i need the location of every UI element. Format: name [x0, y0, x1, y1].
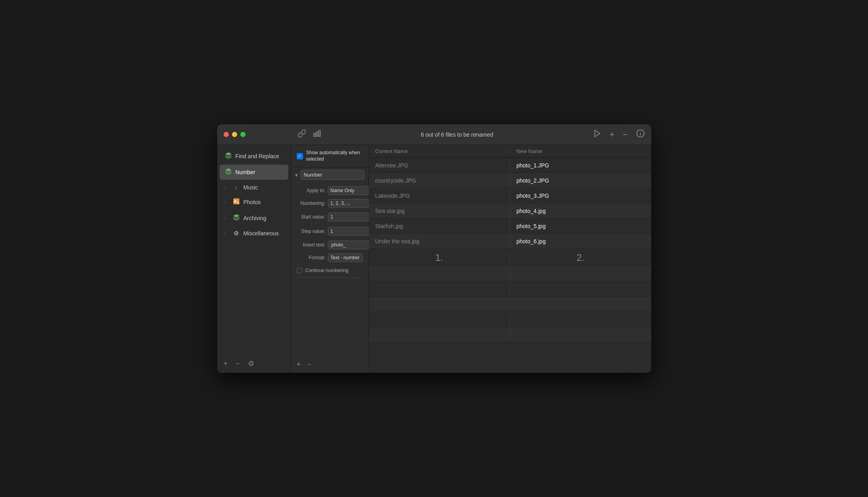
sidebar-remove-button[interactable]: −	[236, 360, 240, 368]
title-bar-status: 6 out of 6 files to be renamed	[421, 131, 493, 138]
middle-panel: ✓ Show automatically when selected ▾ Num…	[291, 145, 369, 373]
table-row	[369, 312, 651, 327]
middle-add-button[interactable]: +	[297, 360, 301, 369]
numbering-label: Numbering:	[297, 201, 325, 206]
col-header-new: New Name	[510, 148, 651, 154]
app-window: 6 out of 6 files to be renamed + −	[217, 124, 651, 373]
cell-empty-5	[369, 297, 510, 312]
sidebar-item-number[interactable]: Number	[220, 165, 288, 180]
right-panel: Current Name New Name Attersee.JPG photo…	[369, 145, 651, 373]
show-auto-label: Show automatically when selected	[306, 150, 363, 162]
col-header-current: Current Name	[369, 148, 510, 154]
continue-numbering-checkbox[interactable]	[297, 268, 302, 273]
info-button[interactable]	[636, 129, 645, 140]
sidebar-item-miscellaneous[interactable]: › ⚙ Miscellaneous	[220, 227, 288, 240]
sidebar-item-label-archiving: Archiving	[244, 215, 267, 221]
cell-new-5: photo_5.jpg	[510, 219, 651, 233]
number-icon	[224, 168, 232, 177]
cell-empty-9	[369, 327, 510, 342]
table-row: Starfish.jpg photo_5.jpg	[369, 219, 651, 234]
cell-new-3: photo_3.JPG	[510, 188, 651, 203]
minimize-button[interactable]	[232, 132, 237, 137]
cell-new-4: photo_4.jpg	[510, 203, 651, 218]
format-select[interactable]: Text - number Number - text Number only	[328, 253, 363, 262]
start-value-row: Start value: ▲ ▼	[297, 212, 363, 222]
chart-icon[interactable]	[313, 129, 321, 140]
svg-rect-1	[316, 132, 318, 136]
middle-remove-button[interactable]: −	[307, 360, 311, 369]
continue-numbering-label: Continue numbering	[305, 268, 349, 273]
maximize-button[interactable]	[240, 132, 246, 137]
cell-new-2: photo_2.JPG	[510, 173, 651, 188]
cell-empty-6	[510, 297, 651, 312]
sidebar-item-label-miscellaneous: Miscellaneous	[244, 230, 279, 237]
sidebar-item-label-number: Number	[236, 169, 256, 175]
sidebar-settings-button[interactable]: ⚙	[248, 359, 254, 368]
start-value-label: Start value:	[297, 214, 325, 220]
title-bar-left-icons	[297, 129, 321, 140]
cell-empty-7	[369, 312, 510, 327]
show-auto-row: ✓ Show automatically when selected	[291, 145, 369, 167]
svg-marker-3	[595, 130, 600, 137]
insert-text-label: Insert text:	[297, 242, 325, 248]
middle-bottom: + −	[291, 356, 369, 373]
table-number-current: 1.	[369, 252, 510, 263]
table-numbers-row: 1. 2.	[369, 249, 651, 266]
numbering-row: Numbering: 1, 2, 3, ... 01, 02, 03, ... …	[297, 199, 363, 208]
apply-to-label: Apply to:	[297, 188, 325, 193]
table-row	[369, 266, 651, 282]
format-row: Format: Text - number Number - text Numb…	[297, 253, 363, 262]
number-select[interactable]: Number Name Only Date Extension	[300, 170, 365, 180]
step-value-label: Step value:	[297, 229, 325, 234]
sidebar-item-find-replace[interactable]: Find and Replace	[220, 149, 288, 164]
table-number-new: 2.	[510, 252, 651, 263]
continue-numbering-row: Continue numbering	[291, 266, 369, 275]
table-row: Attersee.JPG photo_1.JPG	[369, 158, 651, 173]
svg-rect-2	[319, 131, 320, 137]
find-replace-icon	[224, 152, 232, 161]
close-button[interactable]	[224, 132, 229, 137]
cell-empty-4	[510, 282, 651, 296]
play-button[interactable]	[593, 129, 602, 140]
collapse-row: ▾ Number Name Only Date Extension	[291, 167, 369, 182]
sidebar-item-archiving[interactable]: › Archiving	[220, 211, 288, 226]
svg-rect-0	[313, 133, 315, 136]
collapse-chevron-icon[interactable]: ▾	[295, 172, 298, 178]
music-icon: ♪	[232, 184, 240, 191]
sidebar-add-button[interactable]: +	[224, 360, 228, 368]
photos-chevron-icon: ›	[224, 200, 229, 205]
table-header: Current Name New Name	[369, 145, 651, 158]
table-row: Sea star.jpg photo_4.jpg	[369, 203, 651, 219]
cell-empty-3	[369, 282, 510, 296]
main-layout: Find and Replace Number › ♪ Music	[217, 145, 651, 373]
cell-current-5: Starfish.jpg	[369, 219, 510, 233]
table-row: Under the sea.jpg photo_6.jpg	[369, 234, 651, 249]
miscellaneous-icon: ⚙	[232, 230, 240, 237]
sidebar-item-music[interactable]: › ♪ Music	[220, 181, 288, 194]
title-bar: 6 out of 6 files to be renamed + −	[217, 124, 651, 145]
cell-empty-10	[510, 327, 651, 342]
music-chevron-icon: ›	[224, 185, 229, 189]
sidebar-item-label-music: Music	[244, 184, 258, 191]
sidebar-item-label-photos: Photos	[244, 199, 261, 205]
cell-empty-1	[369, 266, 510, 281]
title-bar-center: 6 out of 6 files to be renamed + −	[291, 129, 651, 140]
traffic-lights	[217, 132, 291, 137]
table-row: countryside.JPG photo_2.JPG	[369, 173, 651, 188]
title-bar-right-icons: + −	[593, 129, 645, 140]
numbering-select[interactable]: 1, 2, 3, ... 01, 02, 03, ... 001, 002, 0…	[328, 199, 370, 208]
remove-button[interactable]: −	[623, 129, 628, 140]
cell-empty-8	[510, 312, 651, 327]
sidebar-item-photos[interactable]: › Photos	[220, 195, 288, 210]
cell-new-6: photo_6.jpg	[510, 234, 651, 248]
archiving-chevron-icon: ›	[224, 216, 229, 221]
table-row	[369, 282, 651, 297]
format-label: Format:	[297, 255, 325, 260]
add-button[interactable]: +	[610, 129, 615, 140]
separator	[297, 277, 363, 278]
cell-current-6: Under the sea.jpg	[369, 234, 510, 248]
sidebar-bottom: + − ⚙	[217, 354, 291, 373]
show-auto-checkbox[interactable]: ✓	[297, 153, 303, 159]
link-icon[interactable]	[297, 129, 306, 140]
cell-current-3: Lakeside.JPG	[369, 188, 510, 203]
